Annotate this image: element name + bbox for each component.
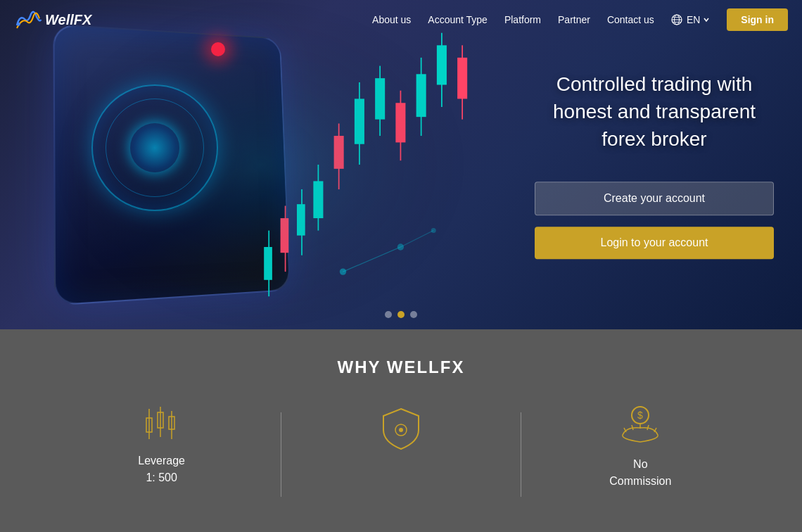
carousel-dot-1[interactable] bbox=[385, 311, 392, 318]
hero-section: Controlled trading with honest and trans… bbox=[0, 0, 802, 329]
hero-visual bbox=[0, 0, 521, 329]
language-label: EN bbox=[687, 14, 700, 25]
svg-rect-33 bbox=[55, 0, 466, 329]
leverage-icon bbox=[141, 405, 183, 444]
signin-button[interactable]: Sign in bbox=[727, 8, 788, 31]
hero-title: Controlled trading with honest and trans… bbox=[535, 70, 774, 153]
chevron-down-icon bbox=[703, 16, 710, 23]
feature-shield bbox=[281, 405, 520, 451]
nav-about-us[interactable]: About us bbox=[372, 14, 411, 25]
logo[interactable]: WellFX bbox=[14, 8, 91, 31]
create-account-button[interactable]: Create your account bbox=[535, 182, 774, 215]
logo-icon bbox=[14, 8, 42, 31]
leverage-label: Leverage 1: 500 bbox=[138, 452, 185, 486]
carousel-dots bbox=[385, 311, 417, 318]
navbar: WellFX About us Account Type Platform Pa… bbox=[0, 0, 802, 39]
feature-leverage: Leverage 1: 500 bbox=[42, 405, 281, 486]
nav-partner[interactable]: Partner bbox=[558, 14, 590, 25]
nav-links: About us Account Type Platform Partner C… bbox=[372, 8, 788, 31]
no-commission-label: No Commission bbox=[609, 456, 671, 490]
svg-point-0 bbox=[17, 23, 20, 26]
svg-point-41 bbox=[399, 428, 403, 432]
svg-line-45 bbox=[632, 425, 633, 430]
hero-background: Controlled trading with honest and trans… bbox=[0, 0, 802, 329]
carousel-dot-2[interactable] bbox=[397, 311, 405, 318]
svg-text:$: $ bbox=[637, 410, 643, 421]
logo-text: WellFX bbox=[45, 12, 91, 28]
login-account-button[interactable]: Login to your account bbox=[535, 227, 774, 259]
shield-icon bbox=[380, 405, 422, 451]
nav-platform[interactable]: Platform bbox=[504, 14, 541, 25]
why-section: WHY WELLFX Leverage 1: 500 bbox=[0, 329, 802, 532]
candlestick-chart bbox=[0, 0, 521, 329]
hero-content: Controlled trading with honest and trans… bbox=[535, 70, 774, 259]
carousel-dot-3[interactable] bbox=[410, 311, 417, 318]
feature-no-commission: $ No Commission bbox=[521, 405, 760, 490]
globe-icon bbox=[671, 14, 682, 25]
nav-contact-us[interactable]: Contact us bbox=[607, 14, 654, 25]
why-features: Leverage 1: 500 bbox=[42, 405, 760, 497]
nav-account-type[interactable]: Account Type bbox=[428, 14, 488, 25]
why-title: WHY WELLFX bbox=[42, 357, 760, 377]
svg-line-47 bbox=[647, 425, 649, 430]
no-commission-icon: $ bbox=[616, 405, 665, 448]
language-selector[interactable]: EN bbox=[671, 14, 710, 25]
